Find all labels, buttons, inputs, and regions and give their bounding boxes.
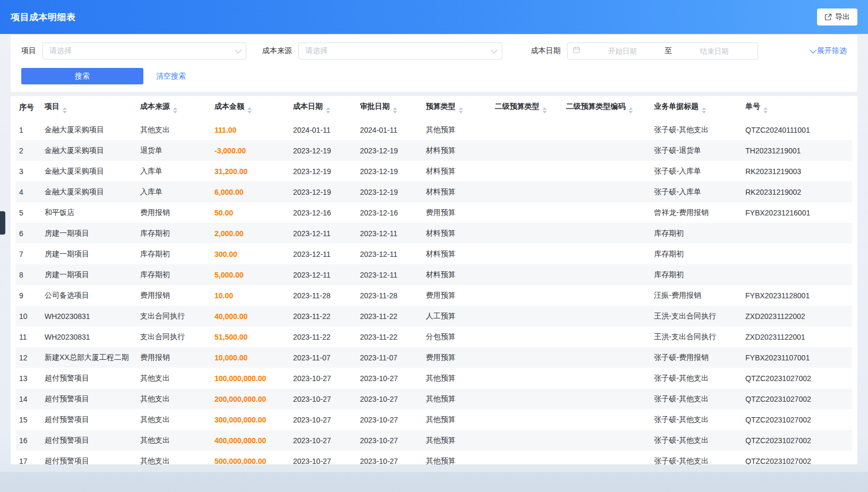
sort-icon[interactable] xyxy=(247,107,252,114)
table-cell xyxy=(492,264,563,285)
table-cell: 2023-11-07 xyxy=(357,347,423,368)
table-cell xyxy=(563,306,651,326)
column-header-10[interactable]: 单号 xyxy=(742,96,852,119)
table-cell: 6,000.00 xyxy=(211,182,290,202)
column-header-label: 成本金额 xyxy=(214,102,244,110)
table-cell xyxy=(563,182,651,202)
cost-source-select[interactable]: 请选择 xyxy=(298,42,502,59)
sort-icon[interactable] xyxy=(393,107,397,114)
sort-icon[interactable] xyxy=(63,107,67,114)
project-select-placeholder: 请选择 xyxy=(49,46,72,56)
table-cell: QTZC20231027002 xyxy=(742,430,852,451)
sort-icon[interactable] xyxy=(702,107,706,114)
table-cell: FYBX20231128001 xyxy=(742,285,852,306)
export-button[interactable]: 导出 xyxy=(817,8,857,25)
table-cell: 费用预算 xyxy=(423,285,492,306)
project-select[interactable]: 请选择 xyxy=(42,42,246,59)
table-cell: 库存期初 xyxy=(651,244,742,264)
table-row: 2金融大厦采购项目退货单-3,000.002023-12-192023-12-1… xyxy=(16,140,852,161)
table-cell: 其他支出 xyxy=(137,119,211,140)
sort-icon[interactable] xyxy=(173,107,177,114)
table-cell: 超付预警项目 xyxy=(41,389,137,409)
table-cell: 2023-10-27 xyxy=(290,409,357,430)
table-cell xyxy=(492,161,563,182)
column-header-label: 序号 xyxy=(19,103,34,111)
table-cell: 50.00 xyxy=(211,202,290,223)
table-cell: 张子硕-入库单 xyxy=(651,161,742,182)
table-cell: 2023-12-19 xyxy=(290,182,357,202)
table-row: 9公司备选项目费用报销10.002023-11-282023-11-28费用预算… xyxy=(16,285,852,306)
column-header-3[interactable]: 成本金额 xyxy=(211,96,290,119)
table-cell: 张子硕-其他支出 xyxy=(651,119,742,140)
table-row: 11WH20230831支出合同执行51,500.002023-11-22202… xyxy=(16,326,852,347)
table-cell: 2023-12-16 xyxy=(357,202,423,223)
table-cell: 2023-12-16 xyxy=(290,202,357,223)
table-cell: 费用预算 xyxy=(423,347,492,368)
table-cell: 张子硕-其他支出 xyxy=(651,451,742,464)
table-cell: 金融大厦采购项目 xyxy=(41,161,137,182)
table-cell: 超付预警项目 xyxy=(41,368,137,389)
expand-filters-link[interactable]: 展开筛选 xyxy=(810,46,847,56)
end-date-input[interactable] xyxy=(676,47,752,55)
table-row: 17超付预警项目其他支出500,000,000.002023-10-272023… xyxy=(16,451,852,464)
table-cell xyxy=(563,202,651,223)
table-cell: 材料预算 xyxy=(423,182,492,202)
column-header-6[interactable]: 预算类型 xyxy=(423,96,492,119)
table-cell: 100,000,000.00 xyxy=(211,368,290,389)
table-row: 12新建XX总部大厦工程二期费用报销10,000.002023-11-07202… xyxy=(16,347,852,368)
table-cell xyxy=(563,368,651,389)
cost-date-range-picker[interactable]: 至 xyxy=(567,42,758,59)
table-row: 4金融大厦采购项目入库单6,000.002023-12-192023-12-19… xyxy=(16,182,852,202)
table-cell xyxy=(563,326,651,347)
table-cell xyxy=(492,451,563,464)
sidebar-collapse-handle[interactable] xyxy=(0,211,5,235)
table-cell xyxy=(563,389,651,409)
clear-search-link[interactable]: 清空搜索 xyxy=(156,72,186,81)
table-cell xyxy=(563,244,651,264)
column-header-label: 单号 xyxy=(745,102,760,110)
sort-icon[interactable] xyxy=(763,107,768,114)
table-cell: 16 xyxy=(16,430,41,451)
column-header-label: 二级预算类型 xyxy=(495,102,539,110)
cost-date-filter-label: 成本日期 xyxy=(531,46,561,56)
table-cell: 曾祥龙-费用报销 xyxy=(651,202,742,223)
table-cell: 支出合同执行 xyxy=(137,306,211,326)
table-cell: 2023-10-27 xyxy=(290,451,357,464)
table-cell: 材料预算 xyxy=(423,244,492,264)
table-cell: 51,500.00 xyxy=(211,326,290,347)
sort-icon[interactable] xyxy=(459,107,463,114)
column-header-5[interactable]: 审批日期 xyxy=(357,96,423,119)
sort-icon[interactable] xyxy=(629,107,633,114)
table-cell: 13 xyxy=(16,368,41,389)
table-cell: 6 xyxy=(16,223,41,244)
table-body: 1金融大厦采购项目其他支出111.002024-01-112024-01-11其… xyxy=(16,119,852,464)
sort-icon[interactable] xyxy=(543,107,547,114)
table-cell: 2023-12-11 xyxy=(290,244,357,264)
table-cell: 400,000,000.00 xyxy=(211,430,290,451)
column-header-9[interactable]: 业务单据标题 xyxy=(651,96,742,119)
chevron-down-icon xyxy=(235,47,242,54)
column-header-4[interactable]: 成本日期 xyxy=(290,96,357,119)
start-date-input[interactable] xyxy=(585,47,660,55)
table-cell: 分包预算 xyxy=(423,326,492,347)
column-header-8[interactable]: 二级预算类型编码 xyxy=(563,96,651,119)
table-cell xyxy=(492,140,563,161)
table-cell xyxy=(492,389,563,409)
chevron-down-icon xyxy=(491,47,497,54)
table-cell: 其他支出 xyxy=(137,409,211,430)
column-header-1[interactable]: 项目 xyxy=(41,96,137,119)
table-cell: 200,000,000.00 xyxy=(211,389,290,409)
table-cell: 10,000.00 xyxy=(211,347,290,368)
table-cell: WH20230831 xyxy=(41,326,137,347)
column-header-7[interactable]: 二级预算类型 xyxy=(492,96,563,119)
column-header-2[interactable]: 成本来源 xyxy=(137,96,211,119)
table-cell: 111.00 xyxy=(211,119,290,140)
table-cell: RK20231219002 xyxy=(742,182,852,202)
table-cell: 材料预算 xyxy=(423,264,492,285)
date-range-separator: 至 xyxy=(665,46,672,56)
cost-detail-table-panel: 序号项目成本来源成本金额成本日期审批日期预算类型二级预算类型二级预算类型编码业务… xyxy=(11,96,857,464)
table-row: 14超付预警项目其他支出200,000,000.002023-10-272023… xyxy=(16,389,852,409)
table-cell xyxy=(492,409,563,430)
sort-icon[interactable] xyxy=(326,107,330,114)
search-button[interactable]: 搜索 xyxy=(21,68,143,84)
